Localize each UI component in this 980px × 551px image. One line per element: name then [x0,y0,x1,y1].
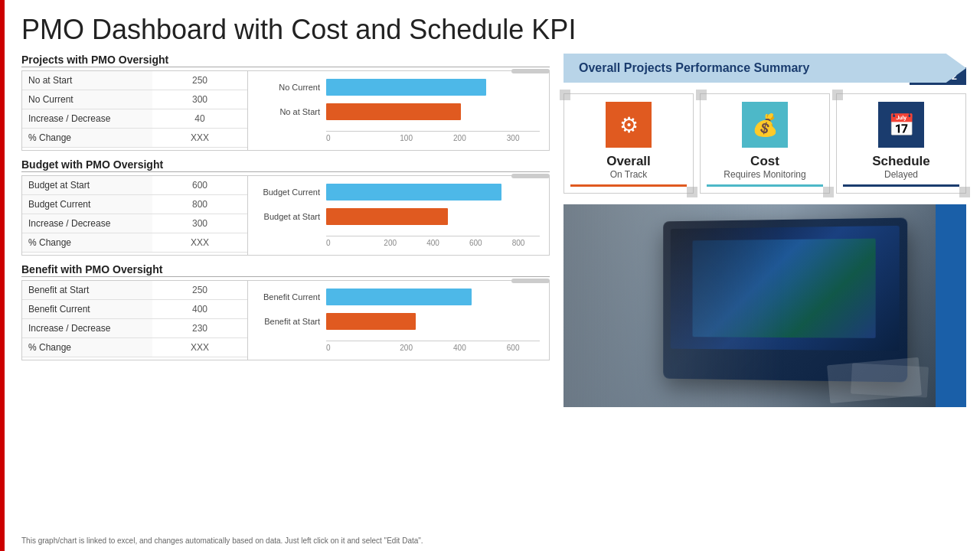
cost-icon: 💰 [752,112,779,138]
budget-title: Budget with PMO Oversight [21,158,550,171]
bar-label: Benefit Current [257,292,326,302]
projects-chart: No Current No at Start 0 100 [248,71,549,150]
bar-fill [326,79,486,96]
axis-label: 400 [433,344,487,352]
axis-label: 600 [454,239,497,247]
benefit-row-4-label: % Change [22,338,152,357]
schedule-icon: 📅 [888,112,915,138]
corner-decoration [560,90,570,100]
bar-row: Budget at Start [257,208,540,225]
bar-row: Benefit at Start [257,313,540,330]
bar-track [326,289,540,305]
overall-icon-box: ⚙ [606,102,652,148]
chart-axis: 0 200 400 600 [326,341,540,352]
projects-table: No at Start 250 No Current 300 Increase … [22,71,248,150]
bar-fill [326,289,472,305]
cost-main-label: Cost [707,154,823,169]
benefit-title: Benefit with PMO Oversight [21,263,550,276]
bar-label: No at Start [257,107,326,116]
table-row: % Change XXX [22,338,247,357]
left-column: Projects with PMO Oversight No at Start … [21,54,550,407]
budget-row-4-label: % Change [22,233,152,253]
table-row: No at Start 250 [22,71,247,90]
bar-track [326,208,540,225]
budget-row-2-label: Budget Current [22,195,152,214]
schedule-icon-box: 📅 [878,102,924,148]
table-row: Benefit at Start 250 [22,281,247,300]
projects-row-4-label: % Change [22,129,152,148]
bar-track [326,313,540,330]
photo-area [564,204,966,407]
benefit-row-3-value: 230 [152,319,247,338]
axis-label: 300 [486,134,540,142]
table-row: Increase / Decrease 300 [22,214,247,233]
budget-table: Budget at Start 600 Budget Current 800 I… [22,176,248,255]
benefit-row-1-label: Benefit at Start [22,281,152,300]
budget-row-2-value: 800 [152,195,247,214]
bar-label: Budget at Start [257,212,326,221]
axis-label: 600 [486,344,540,352]
corner-decoration [687,187,697,197]
projects-row-2-label: No Current [22,90,152,109]
budget-row-3-value: 300 [152,214,247,233]
benefit-section: Benefit with PMO Oversight Benefit at St… [21,263,550,360]
overall-underline [570,184,687,187]
axis-label: 0 [326,134,380,142]
scroll-indicator [511,69,550,73]
bar-track [326,79,540,96]
projects-title: Projects with PMO Oversight [21,54,550,66]
budget-row-4-value: XXX [152,233,247,253]
bar-label: No Current [257,83,326,92]
right-column: Overall Projects Performance Summary ⚙ O… [550,54,966,407]
bar-track [326,103,540,120]
bar-fill [326,313,416,330]
overall-icon: ⚙ [619,112,639,138]
projects-inner: No at Start 250 No Current 300 Increase … [21,70,550,151]
benefit-row-3-label: Increase / Decrease [22,319,152,338]
corner-decoration [696,90,707,100]
axis-label: 100 [380,134,433,142]
benefit-table: Benefit at Start 250 Benefit Current 400… [22,281,248,360]
axis-label: 0 [326,344,380,352]
blue-stripe [936,204,966,407]
bar-fill [326,103,461,120]
schedule-underline [843,184,959,187]
benefit-chart: Benefit Current Benefit at Start 0 20 [248,281,549,360]
budget-chart: Budget Current Budget at Start 0 200 [248,176,549,255]
axis-label: 0 [326,239,369,247]
axis-label: 800 [497,239,540,247]
cost-underline [707,184,823,187]
bar-fill [326,184,501,201]
projects-row-4-value: XXX [152,129,247,148]
chart-axis: 0 200 400 600 800 [326,236,540,247]
budget-section: Budget with PMO Oversight Budget at Star… [21,158,550,256]
benefit-row-2-value: 400 [152,300,247,319]
corner-decoration [823,187,834,197]
chart-axis: 0 100 200 300 [326,131,540,142]
scroll-indicator [511,279,550,283]
table-row: % Change XXX [22,129,247,148]
budget-row-1-label: Budget at Start [22,176,152,195]
performance-summary-header: Overall Projects Performance Summary [564,54,966,83]
table-row: No Current 300 [22,90,247,109]
bar-row: No Current [257,79,540,96]
projects-row-1-label: No at Start [22,71,152,90]
benefit-row-1-value: 250 [152,281,247,300]
axis-label: 200 [380,344,433,352]
bar-fill [326,208,448,225]
schedule-main-label: Schedule [843,154,959,169]
table-row: Benefit Current 400 [22,300,247,319]
kpi-card-schedule: 📅 Schedule Delayed [836,93,966,194]
bar-row: Budget Current [257,184,540,201]
table-row: Budget Current 800 [22,195,247,214]
kpi-cards: ⚙ Overall On Track 💰 Cost Requires Monit… [564,93,966,194]
corner-decoration [959,187,970,197]
bar-row: No at Start [257,103,540,120]
projects-row-3-label: Increase / Decrease [22,109,152,129]
axis-label: 200 [369,239,412,247]
budget-row-1-value: 600 [152,176,247,195]
left-accent [0,0,5,551]
projects-section: Projects with PMO Oversight No at Start … [21,54,550,151]
overall-main-label: Overall [570,154,687,169]
benefit-inner: Benefit at Start 250 Benefit Current 400… [21,280,550,360]
